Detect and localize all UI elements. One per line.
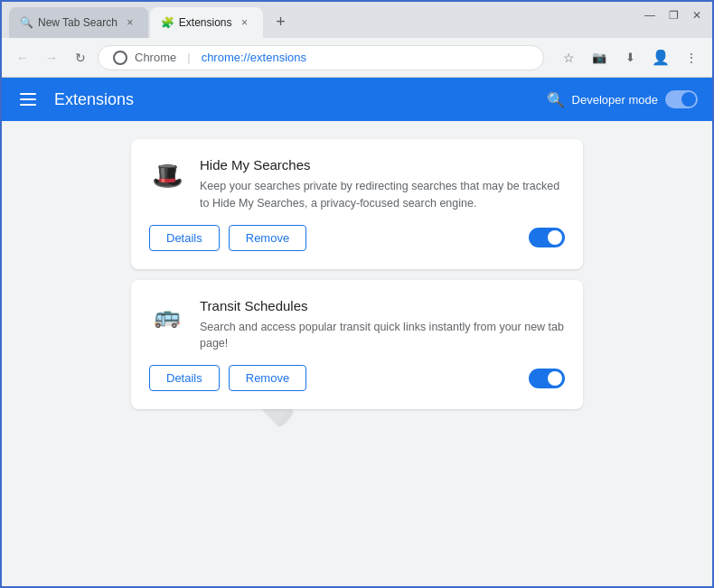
ext-toggle-knob-1 (548, 230, 562, 245)
browser-frame: 🔍 New Tab Search × 🧩 Extensions × + — ❐ … (0, 0, 714, 588)
tab-new-tab-search[interactable]: 🔍 New Tab Search × (9, 7, 148, 38)
tab-bar-row: 🔍 New Tab Search × 🧩 Extensions × + — ❐ … (2, 2, 712, 38)
ext-toggle-wrap-1 (529, 228, 565, 247)
hamburger-menu[interactable] (16, 89, 40, 109)
ext-toggle-wrap-2 (529, 369, 565, 388)
tab-search-close[interactable]: × (123, 15, 137, 30)
download-icon-button[interactable]: ⬇ (618, 46, 642, 70)
reload-button[interactable]: ↻ (69, 46, 92, 70)
remove-button-1[interactable]: Remove (229, 225, 306, 251)
hamburger-line-1 (20, 93, 36, 95)
extension-card-hide-my-searches: 🎩 Hide My Searches Keep your searches pr… (131, 139, 583, 269)
extension-card-transit-schedules: 🚌 Transit Schedules Search and access po… (131, 280, 583, 410)
extensions-title: Extensions (54, 90, 532, 109)
ext-enabled-toggle-1[interactable] (529, 228, 565, 247)
forward-button[interactable]: → (40, 46, 63, 70)
tab-bar: 🔍 New Tab Search × 🧩 Extensions × + (2, 2, 294, 38)
address-right-icons: ☆ 📷 ⬇ 👤 ⋮ (557, 46, 703, 70)
extensions-header: Extensions 🔍 Developer mode (2, 78, 712, 121)
tab-search-icon: 🔍 (20, 16, 33, 29)
ext-card-2-header: 🚌 Transit Schedules Search and access po… (149, 298, 565, 353)
ext-icon-hide-my-searches: 🎩 (149, 157, 185, 193)
site-globe-icon (113, 51, 127, 65)
remove-button-2[interactable]: Remove (229, 365, 306, 391)
developer-mode-label: Developer mode (572, 93, 658, 107)
details-button-2[interactable]: Details (149, 365, 220, 391)
tab-search-title: New Tab Search (38, 16, 117, 29)
back-button[interactable]: ← (11, 46, 34, 70)
extensions-content: 🔍 risk.com 🎩 Hide My Searches Keep your … (2, 121, 712, 586)
search-icon-header[interactable]: 🔍 (547, 91, 565, 108)
ext-enabled-toggle-2[interactable] (529, 369, 565, 388)
minimize-button[interactable]: — (644, 9, 656, 22)
hamburger-line-2 (20, 98, 36, 100)
profile-button[interactable]: 👤 (649, 46, 672, 70)
window-controls: — ❐ ✕ (644, 9, 703, 22)
address-url: chrome://extensions (202, 51, 529, 64)
close-button[interactable]: ✕ (691, 9, 703, 22)
chrome-cast-button[interactable]: 📷 (587, 46, 611, 70)
site-label: Chrome (135, 51, 176, 64)
extensions-list: 🎩 Hide My Searches Keep your searches pr… (131, 139, 583, 409)
details-button-1[interactable]: Details (149, 225, 220, 251)
ext-info-transit-schedules: Transit Schedules Search and access popu… (200, 298, 565, 353)
ext-footer-1: Details Remove (149, 225, 565, 251)
ext-desc-1: Keep your searches private by redirectin… (200, 178, 565, 212)
address-bar: ← → ↻ Chrome | chrome://extensions ☆ 📷 ⬇… (2, 38, 712, 78)
maximize-button[interactable]: ❐ (667, 9, 680, 22)
ext-toggle-knob-2 (548, 371, 562, 386)
ext-footer-2: Details Remove (149, 365, 565, 391)
developer-mode-toggle[interactable] (665, 90, 698, 108)
address-separator: | (187, 51, 190, 64)
ext-name-1: Hide My Searches (200, 157, 565, 173)
ext-desc-2: Search and access popular transit quick … (200, 319, 565, 353)
ext-card-1-header: 🎩 Hide My Searches Keep your searches pr… (149, 157, 565, 212)
tab-extensions-close[interactable]: × (238, 15, 252, 30)
ext-name-2: Transit Schedules (200, 298, 565, 313)
tab-extensions[interactable]: 🧩 Extensions × (150, 7, 263, 38)
bookmark-button[interactable]: ☆ (557, 46, 580, 70)
menu-button[interactable]: ⋮ (680, 46, 703, 70)
address-input[interactable]: Chrome | chrome://extensions (98, 45, 544, 70)
new-tab-button[interactable]: + (268, 9, 294, 34)
ext-info-hide-my-searches: Hide My Searches Keep your searches priv… (200, 157, 565, 212)
developer-mode-section: 🔍 Developer mode (547, 90, 698, 108)
developer-mode-toggle-knob (681, 92, 696, 107)
ext-icon-transit-schedules: 🚌 (149, 298, 185, 334)
tab-extensions-icon: 🧩 (161, 16, 174, 29)
hamburger-line-3 (20, 104, 36, 106)
tab-extensions-title: Extensions (179, 16, 232, 29)
